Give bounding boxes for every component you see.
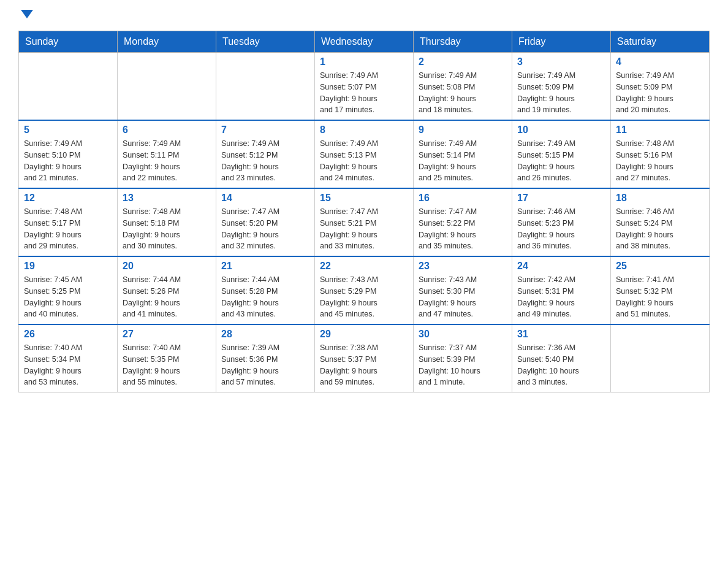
day-number: 20 xyxy=(123,261,211,272)
day-info: Sunrise: 7:47 AM Sunset: 5:21 PM Dayligh… xyxy=(320,206,408,252)
calendar-cell: 17Sunrise: 7:46 AM Sunset: 5:23 PM Dayli… xyxy=(512,188,611,256)
calendar-header-friday: Friday xyxy=(512,31,611,53)
logo-arrow-icon xyxy=(21,10,33,18)
day-info: Sunrise: 7:48 AM Sunset: 5:18 PM Dayligh… xyxy=(123,206,211,252)
day-number: 25 xyxy=(616,261,704,272)
day-number: 17 xyxy=(517,193,605,204)
day-number: 30 xyxy=(419,329,507,340)
day-info: Sunrise: 7:48 AM Sunset: 5:17 PM Dayligh… xyxy=(24,206,112,252)
day-number: 18 xyxy=(616,193,704,204)
day-info: Sunrise: 7:39 AM Sunset: 5:36 PM Dayligh… xyxy=(221,342,309,388)
day-info: Sunrise: 7:38 AM Sunset: 5:37 PM Dayligh… xyxy=(320,342,408,388)
calendar-cell: 5Sunrise: 7:49 AM Sunset: 5:10 PM Daylig… xyxy=(19,120,118,188)
calendar-cell: 14Sunrise: 7:47 AM Sunset: 5:20 PM Dayli… xyxy=(216,188,315,256)
day-number: 10 xyxy=(517,124,605,136)
calendar-cell: 15Sunrise: 7:47 AM Sunset: 5:21 PM Dayli… xyxy=(315,188,414,256)
calendar-cell: 23Sunrise: 7:43 AM Sunset: 5:30 PM Dayli… xyxy=(414,256,512,324)
day-info: Sunrise: 7:49 AM Sunset: 5:07 PM Dayligh… xyxy=(320,70,408,116)
day-info: Sunrise: 7:49 AM Sunset: 5:09 PM Dayligh… xyxy=(616,70,704,116)
day-number: 23 xyxy=(419,261,507,272)
day-info: Sunrise: 7:41 AM Sunset: 5:32 PM Dayligh… xyxy=(616,274,704,320)
calendar-cell: 11Sunrise: 7:48 AM Sunset: 5:16 PM Dayli… xyxy=(611,120,710,188)
day-number: 31 xyxy=(517,329,605,340)
day-info: Sunrise: 7:49 AM Sunset: 5:12 PM Dayligh… xyxy=(221,138,309,184)
calendar-cell: 6Sunrise: 7:49 AM Sunset: 5:11 PM Daylig… xyxy=(118,120,216,188)
calendar-week-row: 5Sunrise: 7:49 AM Sunset: 5:10 PM Daylig… xyxy=(19,120,710,188)
day-number: 26 xyxy=(24,329,112,340)
calendar-week-row: 12Sunrise: 7:48 AM Sunset: 5:17 PM Dayli… xyxy=(19,188,710,256)
day-info: Sunrise: 7:46 AM Sunset: 5:23 PM Dayligh… xyxy=(517,206,605,252)
calendar-cell: 26Sunrise: 7:40 AM Sunset: 5:34 PM Dayli… xyxy=(19,324,118,393)
calendar-cell: 22Sunrise: 7:43 AM Sunset: 5:29 PM Dayli… xyxy=(315,256,414,324)
calendar-cell: 1Sunrise: 7:49 AM Sunset: 5:07 PM Daylig… xyxy=(315,53,414,121)
calendar-cell: 4Sunrise: 7:49 AM Sunset: 5:09 PM Daylig… xyxy=(611,53,710,121)
day-info: Sunrise: 7:47 AM Sunset: 5:20 PM Dayligh… xyxy=(221,206,309,252)
day-number: 11 xyxy=(616,124,704,136)
day-number: 8 xyxy=(320,124,408,136)
calendar-cell: 8Sunrise: 7:49 AM Sunset: 5:13 PM Daylig… xyxy=(315,120,414,188)
day-number: 6 xyxy=(123,124,211,136)
day-number: 13 xyxy=(123,193,211,204)
calendar-cell: 30Sunrise: 7:37 AM Sunset: 5:39 PM Dayli… xyxy=(414,324,512,393)
calendar-cell xyxy=(611,324,710,393)
day-number: 22 xyxy=(320,261,408,272)
calendar-header-thursday: Thursday xyxy=(414,31,512,53)
page-header xyxy=(18,12,710,18)
calendar-cell: 21Sunrise: 7:44 AM Sunset: 5:28 PM Dayli… xyxy=(216,256,315,324)
calendar-header-tuesday: Tuesday xyxy=(216,31,315,53)
calendar-week-row: 1Sunrise: 7:49 AM Sunset: 5:07 PM Daylig… xyxy=(19,53,710,121)
day-number: 12 xyxy=(24,193,112,204)
calendar-header-saturday: Saturday xyxy=(611,31,710,53)
day-info: Sunrise: 7:49 AM Sunset: 5:13 PM Dayligh… xyxy=(320,138,408,184)
day-info: Sunrise: 7:43 AM Sunset: 5:30 PM Dayligh… xyxy=(419,274,507,320)
calendar-cell: 13Sunrise: 7:48 AM Sunset: 5:18 PM Dayli… xyxy=(118,188,216,256)
calendar-cell: 20Sunrise: 7:44 AM Sunset: 5:26 PM Dayli… xyxy=(118,256,216,324)
calendar-cell: 16Sunrise: 7:47 AM Sunset: 5:22 PM Dayli… xyxy=(414,188,512,256)
day-number: 15 xyxy=(320,193,408,204)
day-info: Sunrise: 7:46 AM Sunset: 5:24 PM Dayligh… xyxy=(616,206,704,252)
day-info: Sunrise: 7:49 AM Sunset: 5:09 PM Dayligh… xyxy=(517,70,605,116)
day-number: 27 xyxy=(123,329,211,340)
calendar-cell: 7Sunrise: 7:49 AM Sunset: 5:12 PM Daylig… xyxy=(216,120,315,188)
day-number: 3 xyxy=(517,56,605,67)
calendar-cell: 12Sunrise: 7:48 AM Sunset: 5:17 PM Dayli… xyxy=(19,188,118,256)
day-info: Sunrise: 7:37 AM Sunset: 5:39 PM Dayligh… xyxy=(419,342,507,388)
day-info: Sunrise: 7:44 AM Sunset: 5:28 PM Dayligh… xyxy=(221,274,309,320)
day-number: 2 xyxy=(419,56,507,67)
day-number: 21 xyxy=(221,261,309,272)
calendar-header-monday: Monday xyxy=(118,31,216,53)
day-number: 16 xyxy=(419,193,507,204)
calendar-cell: 28Sunrise: 7:39 AM Sunset: 5:36 PM Dayli… xyxy=(216,324,315,393)
day-number: 24 xyxy=(517,261,605,272)
calendar-cell: 31Sunrise: 7:36 AM Sunset: 5:40 PM Dayli… xyxy=(512,324,611,393)
day-number: 29 xyxy=(320,329,408,340)
calendar-header-sunday: Sunday xyxy=(19,31,118,53)
day-number: 19 xyxy=(24,261,112,272)
calendar-cell: 29Sunrise: 7:38 AM Sunset: 5:37 PM Dayli… xyxy=(315,324,414,393)
day-info: Sunrise: 7:43 AM Sunset: 5:29 PM Dayligh… xyxy=(320,274,408,320)
calendar-cell xyxy=(118,53,216,121)
calendar-cell: 10Sunrise: 7:49 AM Sunset: 5:15 PM Dayli… xyxy=(512,120,611,188)
calendar-header-row: SundayMondayTuesdayWednesdayThursdayFrid… xyxy=(19,31,710,53)
calendar-cell xyxy=(19,53,118,121)
day-number: 28 xyxy=(221,329,309,340)
day-number: 1 xyxy=(320,56,408,67)
day-info: Sunrise: 7:47 AM Sunset: 5:22 PM Dayligh… xyxy=(419,206,507,252)
calendar-cell: 2Sunrise: 7:49 AM Sunset: 5:08 PM Daylig… xyxy=(414,53,512,121)
day-info: Sunrise: 7:49 AM Sunset: 5:10 PM Dayligh… xyxy=(24,138,112,184)
day-info: Sunrise: 7:40 AM Sunset: 5:35 PM Dayligh… xyxy=(123,342,211,388)
calendar-cell: 9Sunrise: 7:49 AM Sunset: 5:14 PM Daylig… xyxy=(414,120,512,188)
calendar-cell: 25Sunrise: 7:41 AM Sunset: 5:32 PM Dayli… xyxy=(611,256,710,324)
day-number: 7 xyxy=(221,124,309,136)
day-number: 14 xyxy=(221,193,309,204)
day-info: Sunrise: 7:49 AM Sunset: 5:11 PM Dayligh… xyxy=(123,138,211,184)
day-number: 9 xyxy=(419,124,507,136)
calendar-week-row: 19Sunrise: 7:45 AM Sunset: 5:25 PM Dayli… xyxy=(19,256,710,324)
day-number: 4 xyxy=(616,56,704,67)
day-number: 5 xyxy=(24,124,112,136)
calendar-cell: 18Sunrise: 7:46 AM Sunset: 5:24 PM Dayli… xyxy=(611,188,710,256)
day-info: Sunrise: 7:40 AM Sunset: 5:34 PM Dayligh… xyxy=(24,342,112,388)
calendar-table: SundayMondayTuesdayWednesdayThursdayFrid… xyxy=(18,31,710,393)
calendar-cell: 24Sunrise: 7:42 AM Sunset: 5:31 PM Dayli… xyxy=(512,256,611,324)
day-info: Sunrise: 7:36 AM Sunset: 5:40 PM Dayligh… xyxy=(517,342,605,388)
